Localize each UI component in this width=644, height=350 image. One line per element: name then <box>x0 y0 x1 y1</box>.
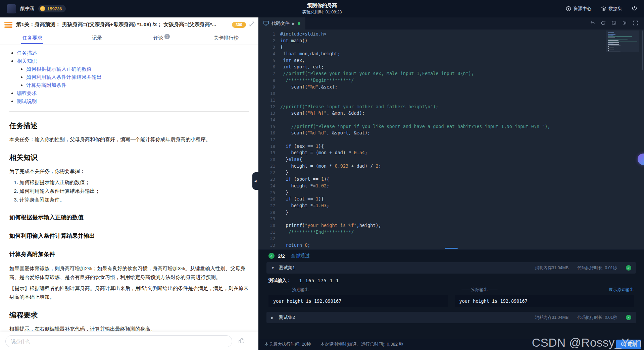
toc-link-test-notes[interactable]: 测试说明 <box>17 98 37 104</box>
toc-link-extra-conditions[interactable]: 计算身高附加条件 <box>26 82 66 88</box>
code-line[interactable]: 19 height = (mon + dad) * 0.54; <box>258 150 644 156</box>
code-line[interactable]: 5 int sex; <box>258 57 644 64</box>
tab-comments[interactable]: 评论1 <box>129 32 194 45</box>
subheading-input-values: 如何根据提示输入正确的数值 <box>9 213 249 223</box>
caret-down-icon: ▼ <box>271 266 276 270</box>
code-line[interactable]: 12//printf("Please input your mother and… <box>258 104 644 110</box>
code-line[interactable]: 24 height *=1.02; <box>258 183 644 189</box>
comment-input[interactable] <box>5 335 232 347</box>
knowledge-intro: 为了完成本关任务，你需要掌握： <box>9 167 249 176</box>
eval-duration: 本次评测耗时(编译、运行总时间): 0.382 秒 <box>320 341 403 347</box>
toc-link-knowledge[interactable]: 相关知识 <box>17 58 37 64</box>
requirements-paragraph: 根据提示，在右侧编辑器补充代码，计算并输出最终预测的身高。 <box>9 325 249 332</box>
all-passed-link[interactable]: 全部通过 <box>291 253 310 259</box>
code-line[interactable]: 8 /*********Begin*********/ <box>258 77 644 84</box>
testset-2-duration: 代码执行时长: 0.01秒 <box>577 315 617 320</box>
menu-button[interactable] <box>4 21 13 28</box>
code-line[interactable]: 30 printf("your height is %f",height); <box>258 222 644 229</box>
code-line[interactable]: 15 //printf("Please input if you like sp… <box>258 123 644 130</box>
code-line[interactable]: 4 float mon,dad,height; <box>258 51 644 57</box>
code-line[interactable]: 16 scanf("%d %d", &sport, &eat); <box>258 130 644 136</box>
like-button[interactable] <box>238 337 245 345</box>
code-line[interactable]: 25 } <box>258 189 644 196</box>
code-line[interactable]: 22 } <box>258 169 644 176</box>
tab-task-requirements[interactable]: 任务要求 <box>0 32 65 45</box>
coin-badge[interactable]: 159736 <box>38 5 66 12</box>
topbar: 颜宇涵 159736 预测你的身高 实验总用时: 01:08:23 资源中心 数… <box>0 0 644 17</box>
task-desc-paragraph: 本关任务：输入你的性别，父母身高和你的喜好，编写一个能计算你成年后身高的小程序。 <box>9 135 249 144</box>
code-line[interactable]: 28 } <box>258 209 644 216</box>
code-line[interactable]: 23 if (sport == 1){ <box>258 176 644 183</box>
experiment-timer: 实验总用时: 01:08:23 <box>302 9 342 15</box>
tab-records[interactable]: 记录 <box>65 32 130 45</box>
code-line[interactable]: 18 if (sex == 1){ <box>258 143 644 150</box>
refresh-button[interactable] <box>601 20 606 27</box>
tab-leaderboard[interactable]: 关卡排行榜 <box>194 32 259 45</box>
code-line[interactable]: 21 height = (mon * 0.923 + dad) / 2; <box>258 163 644 170</box>
minimap[interactable] <box>606 31 639 52</box>
settings-button[interactable] <box>622 20 627 27</box>
code-line[interactable]: 14 <box>258 117 644 123</box>
pass-score: 2/2 <box>278 253 285 259</box>
testset-2-memory: 消耗内存31.04MB <box>535 315 568 320</box>
test-results-panel: ✓ 2/2 全部通过 ▼ 测试集1 消耗内存31.04MB 代码执行时长: 0.… <box>258 249 644 339</box>
code-line[interactable]: 32 <box>258 235 644 242</box>
toc-item: 相关知识 如何根据提示输入正确的数值 如何利用输入条件计算结果并输出 计算身高附… <box>17 57 249 89</box>
show-raw-output-link[interactable]: 展示原始输出 <box>609 287 634 293</box>
testset-2-header[interactable]: ▶ 测试集2 消耗内存31.04MB 代码执行时长: 0.01秒 ✓ <box>266 312 636 323</box>
code-line[interactable]: 2int main() <box>258 38 644 44</box>
evaluate-button[interactable]: 评测 <box>616 340 641 349</box>
toc-link-requirements[interactable]: 编程要求 <box>17 90 37 96</box>
unsaved-status-dot <box>298 22 300 25</box>
code-line[interactable]: 10 <box>258 90 644 97</box>
code-line[interactable]: 1#include<stdio.h> <box>258 31 644 38</box>
editor-resize-handle[interactable] <box>445 248 458 249</box>
app-logo[interactable] <box>7 4 16 13</box>
collapse-panel-button[interactable]: ◀ <box>252 172 258 190</box>
code-line[interactable]: 3{ <box>258 44 644 51</box>
run-icon[interactable]: ▶ <box>292 22 295 25</box>
toc-item: 任务描述 <box>17 49 249 57</box>
history-button[interactable] <box>611 20 616 27</box>
expand-task-button[interactable] <box>249 21 254 28</box>
code-line[interactable]: 6 int sport, eat; <box>258 64 644 70</box>
resource-center-icon <box>566 6 571 11</box>
code-line[interactable]: 31 /*********End**********/ <box>258 229 644 236</box>
fullscreen-button[interactable] <box>633 20 638 27</box>
code-line[interactable]: 20 }else{ <box>258 156 644 163</box>
code-line[interactable]: 9 scanf("%d",&sex); <box>258 84 644 91</box>
pass-summary: ✓ 2/2 全部通过 <box>258 249 644 262</box>
expected-output-box: your height is 192.890167 <box>268 295 448 307</box>
code-line[interactable]: 11 <box>258 97 644 104</box>
toc-subitem: 如何根据提示输入正确的数值 <box>26 65 249 73</box>
nav-dataset[interactable]: 数据集 <box>601 6 623 12</box>
username[interactable]: 颜宇涵 <box>20 6 34 12</box>
toc-item: 测试说明 <box>17 97 249 105</box>
divider <box>9 111 249 112</box>
testset-1: ▼ 测试集1 消耗内存31.04MB 代码执行时长: 0.01秒 ✓ 测试输入：… <box>266 262 636 307</box>
power-button[interactable] <box>632 5 637 12</box>
testset-1-header[interactable]: ▼ 测试集1 消耗内存31.04MB 代码执行时长: 0.01秒 ✓ <box>266 262 636 274</box>
code-panel: 代码文件 ▶ 1#include<stdio.h>2int main()3{4 … <box>258 17 644 350</box>
subheading-conditions: 如何利用输入条件计算结果并输出 <box>9 231 249 241</box>
testset-1-body: 测试输入： 1 165 175 1 1 —— 预期输出 —— —— 实际输出 —… <box>266 274 636 307</box>
code-line[interactable]: 13 scanf("%f %f", &mon, &dad); <box>258 110 644 117</box>
code-line[interactable]: 7 //printf("Please your input your sex, … <box>258 70 644 77</box>
scrollbar-thumb[interactable] <box>642 31 643 70</box>
undo-button[interactable] <box>590 20 595 27</box>
code-line[interactable]: 26 if (eat == 1){ <box>258 196 644 202</box>
code-area: 1#include<stdio.h>2int main()3{4 float m… <box>258 31 644 249</box>
actual-output-box: your height is 192.890167 <box>455 295 634 307</box>
code-line[interactable]: 17 <box>258 136 644 143</box>
toc-link-conditions[interactable]: 如何利用输入条件计算结果并输出 <box>26 74 102 80</box>
experiment-header: 预测你的身高 实验总用时: 01:08:23 <box>302 2 342 15</box>
code-line[interactable]: 27 height *=1.03; <box>258 202 644 209</box>
tab-code-file[interactable]: 代码文件 ▶ <box>258 17 305 30</box>
toc-link-task-desc[interactable]: 任务描述 <box>17 50 37 56</box>
max-exec-time: 本关最大执行时间: 20秒 <box>264 341 311 347</box>
collapse-left-icon: ◀ <box>254 179 257 183</box>
code-line[interactable]: 29 <box>258 216 644 222</box>
nav-resource-center[interactable]: 资源中心 <box>566 6 592 12</box>
toc-link-input-values[interactable]: 如何根据提示输入正确的数值 <box>26 66 92 72</box>
knowledge-item: 如何根据提示输入正确的数值； <box>19 178 249 187</box>
